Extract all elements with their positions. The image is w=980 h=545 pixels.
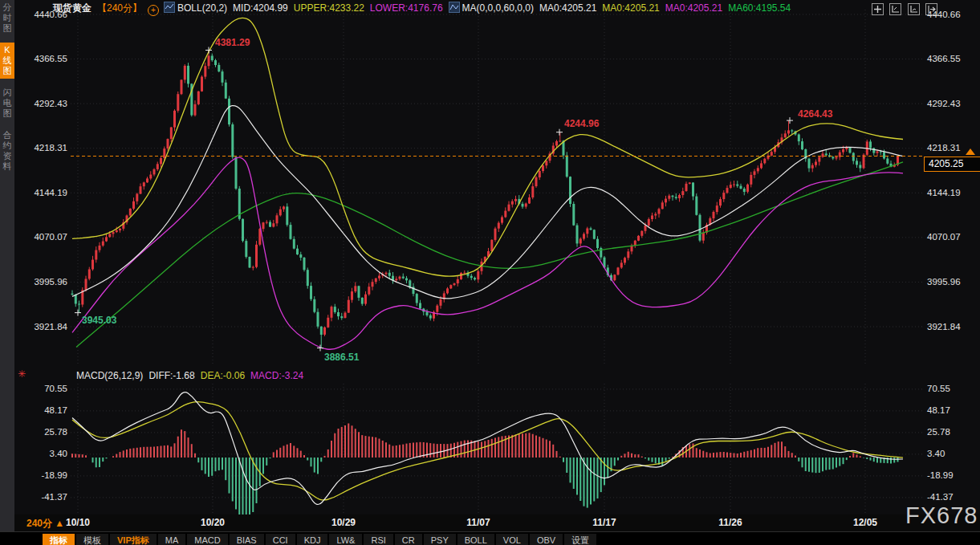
footer-tab-9[interactable]: RSI (364, 534, 392, 545)
sidebar-item-3[interactable]: 合约资料 (0, 128, 14, 174)
boll-mid-line (72, 106, 903, 299)
footer-tab-3[interactable]: MA (158, 534, 186, 545)
last-price-tag: 4205.25 (924, 157, 980, 172)
indicator-legend: 现货黄金【240分】+BOLL(20,2)MID:4204.99UPPER:42… (53, 2, 796, 14)
extreme-label-2: 4264.43 (798, 108, 833, 120)
sidebar-item-0[interactable]: 分时图 (0, 0, 14, 36)
date-label-1: 10/20 (201, 517, 225, 528)
period-selector[interactable]: 240分 ▲ (26, 517, 64, 531)
macd-diff-value: DIFF:-1.68 (148, 370, 194, 381)
macd-dea-value: DEA:-0.06 (201, 370, 245, 381)
footer-tab-1[interactable]: 模板 (76, 534, 108, 545)
date-label-0: 10/10 (66, 517, 90, 528)
period-label: 【240分】 (97, 2, 142, 14)
footer-tab-2[interactable]: VIP指标 (110, 534, 157, 545)
boll-indicator-icon[interactable] (164, 2, 175, 13)
boll-label: BOLL(20,2) (177, 2, 227, 14)
extreme-label-3: 3945.03 (82, 315, 117, 326)
indicator-tab-bar: 指标模板VIP指标MAMACDBIASCCIKDJLW&RSICRPSYBOLL… (0, 531, 980, 545)
extreme-marker-icon (75, 310, 81, 316)
footer-tab-0[interactable]: 指标 (43, 534, 75, 545)
chart-type-sidebar: 分时图K线图闪电图合约资料 (0, 0, 14, 545)
extreme-label-4: 3886.51 (324, 352, 360, 363)
date-label-2: 10/29 (331, 517, 356, 528)
footer-tab-10[interactable]: CR (395, 534, 422, 545)
ma-indicator-icon[interactable] (449, 2, 460, 13)
date-label-3: 11/07 (466, 517, 490, 528)
axis-scale-icon[interactable] (889, 3, 901, 15)
footer-tab-5[interactable]: BIAS (230, 534, 264, 545)
footer-tab-13[interactable]: VOL (496, 534, 528, 545)
price-up-arrow-icon (966, 148, 975, 155)
macd-macd-value: MACD:-3.24 (250, 370, 303, 381)
extreme-marker-icon (317, 345, 323, 352)
date-label-4: 11/17 (592, 517, 616, 528)
footer-tab-4[interactable]: MACD (187, 534, 227, 545)
extreme-marker-icon (787, 117, 793, 124)
footer-tab-15[interactable]: 设置 (564, 534, 596, 545)
chart-toolbar (872, 3, 940, 18)
expand-icon[interactable] (925, 3, 937, 15)
crosshair-icon[interactable] (872, 3, 884, 15)
macd-histogram (72, 424, 898, 518)
date-label-5: 11/26 (718, 517, 742, 528)
extreme-label-0: 4381.29 (215, 37, 250, 48)
symbol-name: 现货黄金 (53, 2, 91, 14)
candlesticks (71, 51, 900, 348)
boll-upper-value: UPPER:4233.22 (294, 2, 364, 14)
time-axis: 240分 ▲ 10/1010/2010/2911/0711/1711/2612/… (0, 514, 980, 531)
footer-tab-14[interactable]: OBV (530, 534, 563, 545)
ma60-value: MA60:4195.54 (728, 2, 791, 14)
boll-lower-value: LOWER:4176.76 (370, 2, 443, 14)
footer-tab-7[interactable]: KDJ (297, 534, 328, 545)
macd-close-icon[interactable]: ✳ (18, 368, 26, 380)
chart-app: 4381.294244.964264.433945.033886.51 分时图K… (0, 0, 980, 545)
footer-tab-6[interactable]: CCI (266, 534, 295, 545)
add-indicator-icon[interactable]: + (148, 5, 159, 16)
footer-tab-12[interactable]: BOLL (457, 534, 494, 545)
macd-title: MACD(26,12,9) (76, 370, 143, 381)
extreme-marker-icon (556, 129, 563, 136)
footer-tab-11[interactable]: PSY (424, 534, 456, 545)
kline-chart-canvas[interactable]: 4381.294244.964264.433945.033886.51 (0, 0, 980, 545)
sidebar-item-2[interactable]: 闪电图 (0, 85, 14, 121)
ma0-magenta-value: MA0:4205.21 (665, 2, 722, 14)
macd-legend: MACD(26,12,9)DIFF:-1.68DEA:-0.06MACD:-3.… (76, 370, 309, 381)
ma-label: MA(0,0,0,60,0,0) (462, 2, 534, 14)
sidebar-item-1[interactable]: K线图 (0, 43, 14, 79)
indicator-window-icon[interactable] (908, 3, 920, 15)
extreme-label-1: 4244.96 (564, 118, 600, 129)
footer-tab-8[interactable]: LW& (329, 534, 362, 545)
watermark: FX678 (905, 502, 978, 529)
ma0-yellow-value: MA0:4205.21 (602, 2, 659, 14)
boll-mid-value: MID:4204.99 (233, 2, 288, 14)
date-label-6: 12/05 (853, 517, 877, 528)
ma0-white-value: MA0:4205.21 (539, 2, 596, 14)
